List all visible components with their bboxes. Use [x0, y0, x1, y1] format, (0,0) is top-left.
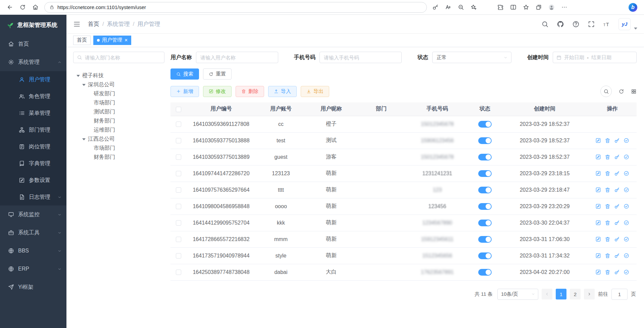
- row-checkbox[interactable]: [176, 122, 181, 127]
- edit-button[interactable]: [595, 154, 601, 160]
- status-toggle[interactable]: [478, 170, 492, 177]
- refresh-button[interactable]: [16, 2, 29, 13]
- tree-node[interactable]: 财务部门: [73, 116, 164, 126]
- assign-role-button[interactable]: [624, 154, 629, 160]
- breadcrumb-item[interactable]: 首页: [88, 20, 99, 28]
- sidebar-item-user-management[interactable]: 用户管理: [0, 71, 66, 88]
- assign-role-button[interactable]: [624, 220, 629, 226]
- edit-button[interactable]: [595, 236, 601, 242]
- tree-node[interactable]: 深圳总公司: [73, 80, 164, 89]
- assign-role-button[interactable]: [624, 269, 629, 275]
- row-checkbox[interactable]: [176, 220, 181, 226]
- export-button[interactable]: 导出: [301, 86, 329, 97]
- refresh-table-button[interactable]: [618, 89, 624, 94]
- profile-button[interactable]: [545, 2, 558, 13]
- created-daterange-picker[interactable]: 开始日期 - 结束日期: [553, 52, 637, 63]
- reset-button[interactable]: 重置: [203, 68, 232, 80]
- delete-button[interactable]: [605, 236, 610, 242]
- column-settings-button[interactable]: [631, 89, 637, 94]
- reset-password-button[interactable]: [614, 220, 620, 226]
- tree-expand-caret-icon[interactable]: [82, 138, 86, 140]
- delete-button[interactable]: [605, 220, 610, 226]
- copilot-button[interactable]: b: [627, 2, 639, 13]
- status-toggle[interactable]: [478, 187, 492, 193]
- fullscreen-button[interactable]: [588, 20, 595, 28]
- row-checkbox[interactable]: [176, 187, 181, 193]
- delete-button[interactable]: [605, 171, 610, 176]
- tree-node[interactable]: 市场部门: [73, 144, 164, 153]
- status-toggle[interactable]: [478, 121, 492, 128]
- sidebar-item-dept-management[interactable]: 部门管理: [0, 122, 66, 138]
- tree-node[interactable]: 市场部门: [73, 98, 164, 107]
- delete-button[interactable]: [605, 253, 610, 259]
- delete-button[interactable]: [605, 203, 610, 209]
- reset-password-button[interactable]: [614, 154, 620, 160]
- prev-page-button[interactable]: [542, 289, 552, 299]
- row-checkbox[interactable]: [176, 253, 181, 259]
- tab-user-management[interactable]: 用户管理×: [93, 36, 131, 45]
- sidebar-item-yi-framework[interactable]: Yi框架: [0, 278, 66, 296]
- row-checkbox[interactable]: [176, 204, 181, 209]
- import-button[interactable]: 导入: [268, 86, 297, 97]
- sidebar-item-role-management[interactable]: 角色管理: [0, 88, 66, 105]
- edit-button[interactable]: [595, 171, 601, 176]
- tree-node[interactable]: 财务部门: [73, 153, 164, 162]
- font-size-button[interactable]: TT: [603, 20, 610, 28]
- search-button[interactable]: 搜索: [170, 68, 199, 80]
- edit-button[interactable]: [595, 187, 601, 193]
- reset-password-button[interactable]: [614, 138, 620, 143]
- tree-node[interactable]: 江西总公司: [73, 135, 164, 144]
- row-checkbox[interactable]: [176, 138, 181, 143]
- reset-password-button[interactable]: [614, 203, 620, 209]
- tree-node[interactable]: 研发部门: [73, 89, 164, 98]
- tab-home[interactable]: 首页: [73, 36, 91, 45]
- search-button[interactable]: [541, 20, 549, 28]
- reset-password-button[interactable]: [614, 236, 620, 242]
- collections-button[interactable]: [532, 2, 545, 13]
- reset-password-button[interactable]: [614, 253, 620, 259]
- status-toggle[interactable]: [478, 220, 492, 226]
- zoom-button[interactable]: [454, 2, 467, 13]
- row-checkbox[interactable]: [176, 237, 181, 242]
- delete-button[interactable]: [605, 187, 610, 193]
- tab-close-icon[interactable]: ×: [125, 38, 128, 43]
- goto-page-input[interactable]: [611, 289, 628, 300]
- delete-button[interactable]: [605, 269, 610, 275]
- dept-search-input[interactable]: [73, 52, 164, 63]
- sidebar-item-system-monitor[interactable]: 系统监控: [0, 205, 66, 224]
- status-toggle[interactable]: [478, 252, 492, 259]
- page-button-1[interactable]: 1: [556, 289, 566, 299]
- favorites-bar-button[interactable]: [519, 2, 532, 13]
- status-toggle[interactable]: [478, 236, 492, 243]
- user-avatar[interactable]: yJ: [618, 18, 631, 30]
- app-logo[interactable]: 意框架管理系统: [0, 15, 66, 35]
- page-size-select[interactable]: 10条/页: [497, 289, 538, 300]
- show-search-button[interactable]: [600, 86, 612, 97]
- tree-node[interactable]: 橙子科技: [73, 71, 164, 80]
- row-checkbox[interactable]: [176, 171, 181, 176]
- back-button[interactable]: [3, 2, 16, 13]
- row-checkbox[interactable]: [176, 154, 181, 160]
- sidebar-item-bbs[interactable]: BBS: [0, 242, 66, 260]
- edit-button[interactable]: [595, 203, 601, 209]
- delete-button[interactable]: 删除: [236, 86, 264, 97]
- avatar-caret-icon[interactable]: [634, 28, 637, 30]
- edit-button[interactable]: 修改: [203, 86, 232, 97]
- more-button[interactable]: [558, 2, 571, 13]
- extensions-button[interactable]: [494, 2, 507, 13]
- status-toggle[interactable]: [478, 154, 492, 160]
- status-toggle[interactable]: [478, 137, 492, 144]
- page-button-2[interactable]: 2: [570, 289, 581, 299]
- delete-button[interactable]: [605, 138, 610, 143]
- assign-role-button[interactable]: [624, 171, 629, 176]
- tree-expand-caret-icon[interactable]: [77, 75, 80, 77]
- sidebar-item-dict-management[interactable]: 字典管理: [0, 155, 66, 172]
- username-input[interactable]: [196, 52, 278, 63]
- read-aloud-button[interactable]: [442, 2, 454, 13]
- reset-password-button[interactable]: [614, 187, 620, 193]
- add-favorite-button[interactable]: [467, 2, 480, 13]
- home-button[interactable]: [29, 2, 42, 13]
- next-page-button[interactable]: [584, 289, 595, 299]
- split-screen-button[interactable]: [507, 2, 519, 13]
- assign-role-button[interactable]: [624, 253, 629, 259]
